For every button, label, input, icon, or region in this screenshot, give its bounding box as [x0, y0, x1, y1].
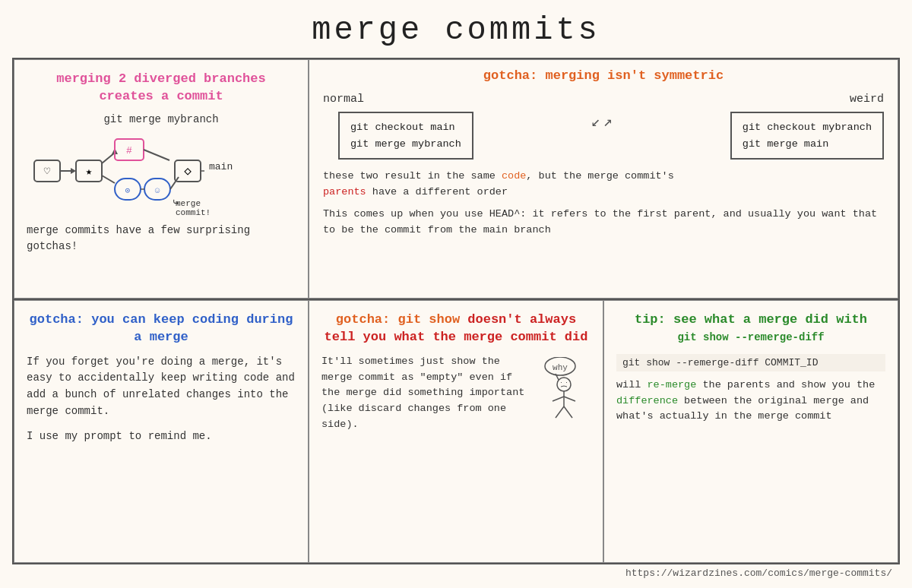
cell-git-show: gotcha: git show doesn't always tell you…: [309, 300, 603, 563]
bottom-mid-body: It'll sometimes just show the merge comm…: [321, 354, 531, 434]
code-box-normal: git checkout maingit merge mybranch: [338, 112, 473, 160]
svg-marker-3: [71, 168, 76, 174]
explanation-text: these two result in the same code, but t…: [323, 169, 884, 201]
bottom-mid-heading: gotcha: git show doesn't always tell you…: [321, 311, 591, 346]
cell-tip-remerge: tip: see what a merge did with git show …: [603, 300, 898, 563]
remerge-command: git show --remerge-diff COMMIT_ID: [616, 354, 885, 371]
parents-word: parents: [323, 186, 366, 198]
label-normal: normal: [323, 93, 364, 106]
cell-not-symmetric: gotcha: merging isn't symmetric normal w…: [309, 59, 898, 299]
bottom-right-body: will re-merge the parents and show you t…: [616, 378, 885, 425]
cell-merging-diverged: merging 2 diverged branches creates a co…: [14, 59, 309, 299]
top-left-footer: merge commits have a few surprising gotc…: [27, 223, 296, 254]
code-boxes-row: git checkout maingit merge mybranch ↙ ↗ …: [323, 112, 884, 160]
svg-line-11: [102, 175, 115, 183]
code-word: code: [502, 170, 526, 182]
top-grid: merging 2 diverged branches creates a co…: [12, 58, 900, 300]
merge-diagram: ♡ ★ # ⊙: [27, 131, 296, 215]
svg-text:commit!: commit!: [176, 208, 211, 215]
svg-text:☺: ☺: [155, 186, 160, 195]
code-box-weird: git checkout mybranchgit merge main: [730, 112, 884, 160]
bottom-right-heading: tip: see what a merge did with git show …: [616, 311, 885, 346]
bottom-left-para1: If you forget you're doing a merge, it's…: [27, 354, 296, 420]
head-explanation: This comes up when you use HEAD^: it ref…: [323, 207, 884, 239]
svg-text:⤷: ⤷: [172, 198, 180, 209]
svg-line-29: [561, 382, 562, 383]
remerge-word: re-merge: [648, 379, 697, 390]
normal-weird-labels: normal weird: [323, 93, 884, 106]
cell-keep-coding: gotcha: you can keep coding during a mer…: [14, 300, 309, 563]
top-left-command: git merge mybranch: [27, 113, 296, 125]
bottom-right-heading-pre: tip: see what a merge did with: [635, 312, 867, 327]
arrow-left: ↙: [591, 112, 600, 131]
bottom-mid-content: It'll sometimes just show the merge comm…: [321, 354, 591, 434]
svg-line-6: [102, 153, 115, 163]
top-left-heading: merging 2 diverged branches creates a co…: [27, 71, 296, 106]
svg-text:why: why: [553, 363, 568, 372]
svg-line-35: [564, 406, 572, 418]
arrow-right: ↗: [603, 112, 613, 131]
label-weird: weird: [850, 93, 884, 106]
stick-figure: why: [537, 357, 591, 429]
svg-text:♡: ♡: [44, 166, 51, 178]
svg-text:main: main: [209, 161, 233, 172]
bottom-left-heading: gotcha: you can keep coding during a mer…: [27, 311, 296, 346]
difference-word: difference: [616, 395, 678, 406]
svg-line-33: [564, 397, 575, 401]
svg-line-10: [144, 150, 169, 160]
bottom-grid: gotcha: you can keep coding during a mer…: [12, 300, 900, 564]
svg-line-34: [556, 406, 564, 418]
bottom-right-heading-cmd: git show --remerge-diff: [677, 331, 824, 343]
svg-text:⊙: ⊙: [125, 186, 131, 195]
footer-url: https://wizardzines.com/comics/merge-com…: [12, 564, 900, 580]
top-right-heading: gotcha: merging isn't symmetric: [323, 68, 884, 85]
svg-text:★: ★: [86, 166, 93, 178]
svg-text:#: #: [126, 145, 132, 156]
svg-line-30: [566, 382, 567, 383]
page-title: merge commits: [12, 12, 900, 49]
bottom-left-para2: I use my prompt to remind me.: [27, 428, 296, 445]
svg-point-28: [557, 378, 571, 391]
bottom-mid-heading-pre: gotcha: git show: [336, 312, 467, 327]
svg-line-32: [553, 397, 564, 401]
svg-text:◇: ◇: [184, 165, 192, 179]
